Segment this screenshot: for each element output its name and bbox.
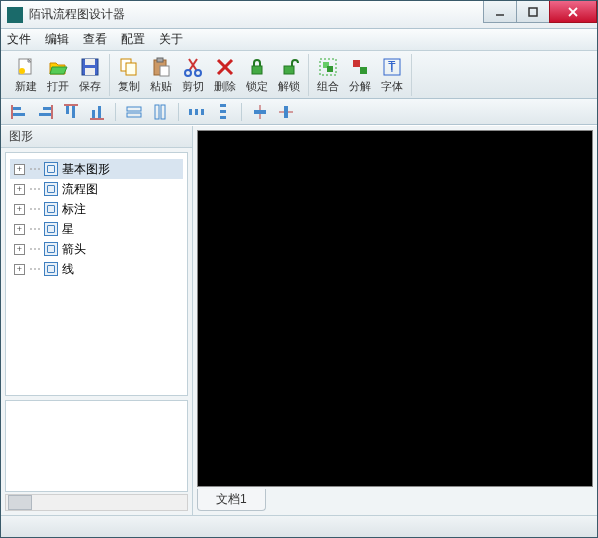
svg-rect-12 [157, 58, 163, 62]
folder-icon [44, 262, 58, 276]
unlock-icon [278, 56, 300, 78]
maximize-button[interactable] [516, 1, 550, 23]
svg-rect-35 [39, 113, 51, 116]
svg-rect-13 [160, 66, 169, 76]
menu-edit[interactable]: 编辑 [45, 31, 69, 48]
titlebar: 陌讯流程图设计器 [1, 1, 597, 29]
tab-document1[interactable]: 文档1 [197, 489, 266, 511]
cut-button[interactable]: 剪切 [178, 55, 208, 95]
shape-preview [5, 400, 188, 492]
ungroup-icon [349, 56, 371, 78]
svg-rect-24 [327, 66, 333, 72]
distribute-h-button[interactable] [187, 103, 207, 121]
expand-icon[interactable]: + [14, 264, 25, 275]
save-button[interactable]: 保存 [75, 55, 105, 95]
expand-icon[interactable]: + [14, 244, 25, 255]
sidebar: 图形 +⋯基本图形 +⋯流程图 +⋯标注 +⋯星 +⋯箭头 +⋯线 [1, 126, 193, 515]
menu-config[interactable]: 配置 [121, 31, 145, 48]
shape-tree[interactable]: +⋯基本图形 +⋯流程图 +⋯标注 +⋯星 +⋯箭头 +⋯线 [5, 152, 188, 396]
align-right-button[interactable] [35, 103, 55, 121]
svg-rect-48 [201, 109, 204, 115]
svg-text:T: T [388, 59, 396, 73]
svg-rect-31 [13, 107, 21, 110]
ungroup-button[interactable]: 分解 [345, 55, 375, 95]
folder-icon [44, 202, 58, 216]
svg-rect-49 [220, 104, 226, 107]
font-button[interactable]: TT字体 [377, 55, 407, 95]
svg-rect-46 [189, 109, 192, 115]
svg-rect-1 [529, 8, 537, 16]
delete-button[interactable]: 删除 [210, 55, 240, 95]
group-icon [317, 56, 339, 78]
svg-rect-32 [13, 113, 25, 116]
svg-rect-40 [92, 110, 95, 118]
folder-icon [44, 242, 58, 256]
open-button[interactable]: 打开 [43, 55, 73, 95]
delete-icon [214, 56, 236, 78]
new-icon [15, 56, 37, 78]
svg-rect-43 [127, 113, 141, 117]
drawing-canvas[interactable] [197, 130, 593, 487]
distribute-v-button[interactable] [213, 103, 233, 121]
svg-point-5 [19, 68, 25, 74]
folder-icon [44, 162, 58, 176]
tree-item-basic-shapes[interactable]: +⋯基本图形 [10, 159, 183, 179]
tree-item-star[interactable]: +⋯星 [10, 219, 183, 239]
copy-button[interactable]: 复制 [114, 55, 144, 95]
content-area: 图形 +⋯基本图形 +⋯流程图 +⋯标注 +⋯星 +⋯箭头 +⋯线 文档1 [1, 125, 597, 515]
same-height-button[interactable] [150, 103, 170, 121]
center-h-button[interactable] [250, 103, 270, 121]
svg-rect-45 [161, 105, 165, 119]
group-button[interactable]: 组合 [313, 55, 343, 95]
svg-rect-7 [85, 59, 95, 65]
svg-rect-20 [252, 66, 262, 74]
svg-rect-26 [360, 67, 367, 74]
tree-item-flowchart[interactable]: +⋯流程图 [10, 179, 183, 199]
tree-item-callout[interactable]: +⋯标注 [10, 199, 183, 219]
menu-about[interactable]: 关于 [159, 31, 183, 48]
svg-point-16 [185, 70, 191, 76]
svg-rect-37 [66, 106, 69, 114]
tree-item-arrow[interactable]: +⋯箭头 [10, 239, 183, 259]
lock-button[interactable]: 锁定 [242, 55, 272, 95]
folder-icon [44, 222, 58, 236]
svg-rect-10 [126, 63, 136, 75]
tree-item-line[interactable]: +⋯线 [10, 259, 183, 279]
folder-icon [44, 182, 58, 196]
expand-icon[interactable]: + [14, 184, 25, 195]
close-button[interactable] [549, 1, 597, 23]
svg-rect-34 [43, 107, 51, 110]
new-button[interactable]: 新建 [11, 55, 41, 95]
svg-rect-51 [220, 116, 226, 119]
app-window: 陌讯流程图设计器 文件 编辑 查看 配置 关于 新建 打开 保存 复制 粘贴 剪… [0, 0, 598, 538]
svg-rect-42 [127, 107, 141, 111]
window-controls [484, 1, 597, 28]
font-icon: TT [381, 56, 403, 78]
document-tabs: 文档1 [197, 489, 593, 511]
sidebar-scrollbar[interactable] [5, 494, 188, 511]
menu-file[interactable]: 文件 [7, 31, 31, 48]
center-v-button[interactable] [276, 103, 296, 121]
paste-icon [150, 56, 172, 78]
sidebar-title: 图形 [1, 126, 192, 148]
svg-rect-21 [284, 66, 294, 74]
svg-rect-41 [98, 106, 101, 118]
paste-button[interactable]: 粘贴 [146, 55, 176, 95]
same-width-button[interactable] [124, 103, 144, 121]
cut-icon [182, 56, 204, 78]
minimize-button[interactable] [483, 1, 517, 23]
align-bottom-button[interactable] [87, 103, 107, 121]
menubar: 文件 编辑 查看 配置 关于 [1, 29, 597, 51]
expand-icon[interactable]: + [14, 224, 25, 235]
toolbar-main: 新建 打开 保存 复制 粘贴 剪切 删除 锁定 解锁 组合 分解 TT字体 [1, 51, 597, 99]
scrollbar-thumb[interactable] [8, 495, 32, 510]
unlock-button[interactable]: 解锁 [274, 55, 304, 95]
expand-icon[interactable]: + [14, 164, 25, 175]
svg-rect-25 [353, 60, 360, 67]
svg-rect-50 [220, 110, 226, 113]
align-top-button[interactable] [61, 103, 81, 121]
align-left-button[interactable] [9, 103, 29, 121]
expand-icon[interactable]: + [14, 204, 25, 215]
menu-view[interactable]: 查看 [83, 31, 107, 48]
save-icon [79, 56, 101, 78]
